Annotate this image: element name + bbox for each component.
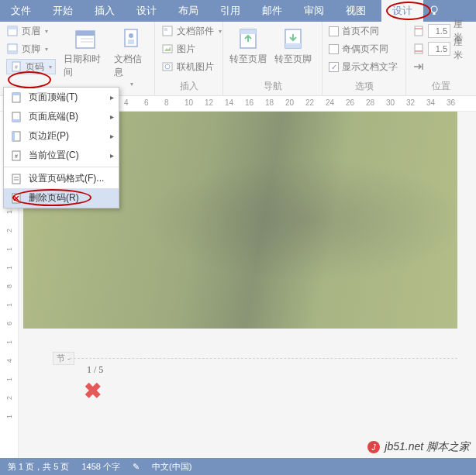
tell-me[interactable] xyxy=(423,0,445,22)
tab-insert[interactable]: 插入 xyxy=(84,0,126,22)
group-label-nav: 导航 xyxy=(229,78,316,95)
onlinepic-button[interactable]: 联机图片 xyxy=(161,59,222,74)
group-label-options: 选项 xyxy=(329,78,399,95)
picture-icon xyxy=(161,43,174,55)
page-margin-icon xyxy=(10,130,22,143)
group-label-insert: 插入 xyxy=(161,78,216,95)
insert-aligntab-button[interactable] xyxy=(412,59,470,74)
oddeven-diff-checkbox[interactable]: 奇偶页不同 xyxy=(329,41,398,57)
menu-page-bottom[interactable]: 页面底端(B)▸ xyxy=(4,107,119,126)
svg-text:#: # xyxy=(15,153,18,159)
menu-current-position[interactable]: #当前位置(C)▸ xyxy=(4,146,119,165)
svg-point-13 xyxy=(129,33,133,38)
footer-label: 页脚 xyxy=(22,43,40,56)
current-pos-icon: # xyxy=(10,150,22,162)
status-bar: 第 1 页，共 5 页 1458 个字 ✎ 中文(中国) xyxy=(0,458,476,475)
submenu-arrow-icon: ▸ xyxy=(110,112,114,121)
format-icon xyxy=(10,173,22,185)
menu-page-top[interactable]: 页面顶端(T)▸ xyxy=(4,88,119,107)
menu-remove-pagenum[interactable]: 删除页码(R) xyxy=(4,188,119,208)
header-button[interactable]: 页眉▾ xyxy=(6,23,56,39)
footer-from-bottom[interactable]: 1.5厘米 xyxy=(412,41,470,57)
header-label: 页眉 xyxy=(22,25,40,38)
svg-rect-33 xyxy=(12,119,20,122)
tab-mail[interactable]: 邮件 xyxy=(251,0,293,22)
watermark: J jb51.net 脚本之家 xyxy=(366,439,470,455)
top-value[interactable]: 1.5 xyxy=(428,24,450,38)
tab-icon xyxy=(412,60,425,73)
tab-layout[interactable]: 布局 xyxy=(167,0,209,22)
show-doctext-label: 显示文档文字 xyxy=(342,60,398,74)
svg-rect-1 xyxy=(433,12,436,15)
svg-rect-5 xyxy=(8,50,17,53)
tab-home[interactable]: 开始 xyxy=(42,0,84,22)
chevron-down-icon: ▾ xyxy=(219,28,222,35)
header-icon xyxy=(6,25,19,37)
unit-label: 厘米 xyxy=(454,36,470,62)
pagenum-button[interactable]: #页码▾ xyxy=(6,59,56,74)
chevron-down-icon: ▾ xyxy=(45,46,48,53)
docinfo-icon xyxy=(119,26,143,51)
onlinepic-label: 联机图片 xyxy=(177,60,214,74)
chevron-down-icon: ▾ xyxy=(45,28,48,35)
ribbon: 页眉▾ 页脚▾ #页码▾ 日期和时间 文档信息▾ 文档部件▾ 图片 联机图片 插… xyxy=(0,22,476,96)
red-x-annotation: ✖ xyxy=(84,378,102,404)
pagenum-label: 页码 xyxy=(26,60,44,74)
svg-rect-9 xyxy=(76,31,95,36)
docinfo-button[interactable]: 文档信息▾ xyxy=(114,23,148,88)
datetime-label: 日期和时间 xyxy=(64,53,106,79)
goto-header-button[interactable]: 转至页眉 xyxy=(229,23,267,66)
menu-format-pagenum[interactable]: 设置页码格式(F)... xyxy=(4,169,119,188)
margin-bottom-icon xyxy=(412,43,425,55)
menu-label: 当前位置(C) xyxy=(29,149,79,162)
menu-page-margin[interactable]: 页边距(P)▸ xyxy=(4,126,119,146)
tab-review[interactable]: 审阅 xyxy=(293,0,335,22)
pagenum-icon: # xyxy=(10,60,22,73)
svg-text:J: J xyxy=(371,443,377,452)
tab-file[interactable]: 文件 xyxy=(0,0,42,22)
menu-label: 删除页码(R) xyxy=(29,191,79,205)
goto-header-label: 转至页眉 xyxy=(229,53,267,66)
footer-icon xyxy=(6,43,19,55)
menu-label: 页面底端(B) xyxy=(29,110,78,123)
pagenum-menu: 页面顶端(T)▸ 页面底端(B)▸ 页边距(P)▸ #当前位置(C)▸ 设置页码… xyxy=(3,87,119,208)
show-doctext-checkbox[interactable]: ✓显示文档文字 xyxy=(329,59,398,74)
oddeven-diff-label: 奇偶页不同 xyxy=(342,43,388,56)
bottom-value[interactable]: 1.5 xyxy=(428,42,450,56)
firstpage-diff-checkbox[interactable]: 首页不同 xyxy=(329,23,398,39)
submenu-arrow-icon: ▸ xyxy=(110,93,114,102)
goto-footer-button[interactable]: 转至页脚 xyxy=(274,23,312,66)
svg-rect-27 xyxy=(415,44,423,53)
goto-footer-icon xyxy=(281,26,305,51)
bulb-icon xyxy=(428,5,440,17)
tab-references[interactable]: 引用 xyxy=(209,0,251,22)
page-number-field[interactable]: 1 / 5 xyxy=(87,364,103,376)
picture-button[interactable]: 图片 xyxy=(161,41,222,57)
svg-rect-22 xyxy=(240,29,256,34)
status-language[interactable]: 中文(中国) xyxy=(152,461,191,473)
svg-rect-38 xyxy=(12,174,20,184)
datetime-button[interactable]: 日期和时间 xyxy=(64,23,106,79)
footer-button[interactable]: 页脚▾ xyxy=(6,41,56,57)
goto-header-icon xyxy=(236,26,260,51)
tab-view[interactable]: 视图 xyxy=(335,0,377,22)
status-words[interactable]: 1458 个字 xyxy=(81,461,120,473)
checkbox-checked-icon: ✓ xyxy=(329,62,339,72)
svg-rect-35 xyxy=(12,132,15,141)
tab-bar: 文件 开始 插入 设计 布局 引用 邮件 审阅 视图 设计 xyxy=(0,0,476,22)
status-page[interactable]: 第 1 页，共 5 页 xyxy=(8,461,69,473)
menu-separator xyxy=(4,167,119,167)
tab-context-design[interactable]: 设计 xyxy=(381,0,423,22)
group-label-position: 位置 xyxy=(412,78,470,95)
checkbox-icon xyxy=(329,26,339,36)
status-proofing-icon[interactable]: ✎ xyxy=(133,462,140,472)
menu-label: 设置页码格式(F)... xyxy=(29,172,104,185)
svg-rect-25 xyxy=(415,26,423,36)
goto-footer-label: 转至页脚 xyxy=(274,53,312,66)
menu-label: 页边距(P) xyxy=(29,129,69,143)
firstpage-diff-label: 首页不同 xyxy=(342,25,379,38)
tab-design[interactable]: 设计 xyxy=(126,0,167,22)
svg-rect-31 xyxy=(12,93,20,95)
quickparts-button[interactable]: 文档部件▾ xyxy=(161,23,222,39)
quickparts-icon xyxy=(161,25,174,37)
